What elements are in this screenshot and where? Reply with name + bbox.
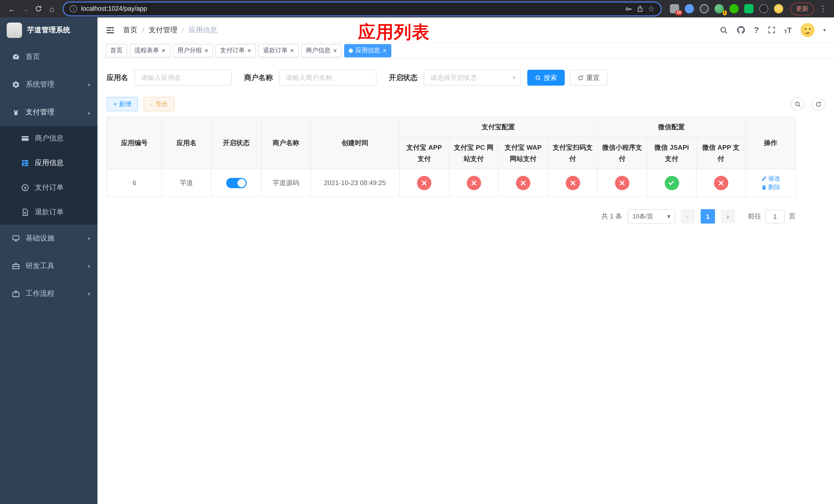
font-size-icon[interactable]: TT bbox=[784, 26, 792, 35]
tab-refund-orders[interactable]: 退款订单× bbox=[259, 44, 299, 57]
col-app-id-header: 应用编号 bbox=[107, 117, 162, 169]
share-icon[interactable] bbox=[637, 5, 644, 12]
breadcrumb-home[interactable]: 首页 bbox=[123, 25, 137, 35]
monitor-icon bbox=[10, 234, 22, 243]
chrome-update-button[interactable]: 更新 bbox=[790, 2, 814, 15]
close-icon[interactable]: × bbox=[382, 47, 387, 54]
top-navbar: 首页 / 支付管理 / 应用信息 ? bbox=[97, 18, 834, 43]
sidebar-item-system-management[interactable]: 系统管理 ▾ bbox=[0, 71, 97, 98]
merchant-name-input[interactable] bbox=[279, 70, 376, 86]
tab-home[interactable]: 首页 bbox=[106, 44, 127, 57]
goto-page-input[interactable] bbox=[765, 210, 785, 224]
search-icon[interactable] bbox=[720, 26, 728, 34]
yen-icon: ¥ bbox=[10, 108, 22, 117]
export-button[interactable]: ↓ 导出 bbox=[144, 97, 174, 111]
tab-app-info[interactable]: 应用信息× bbox=[344, 44, 391, 57]
close-icon[interactable]: × bbox=[204, 47, 208, 54]
extension-emoji-icon[interactable] bbox=[774, 4, 783, 13]
col-merchant-header: 商户名称 bbox=[261, 117, 311, 169]
browser-forward-icon[interactable]: → bbox=[19, 2, 32, 15]
caret-down-icon[interactable]: ▾ bbox=[823, 27, 826, 33]
site-info-icon[interactable]: i bbox=[70, 5, 77, 12]
browser-menu-icon[interactable]: ⋮ bbox=[817, 4, 829, 13]
browser-back-icon[interactable]: ← bbox=[5, 2, 19, 15]
url-text[interactable]: localhost:1024/pay/app bbox=[81, 5, 147, 12]
sidebar-item-label: 商户信息 bbox=[35, 134, 64, 143]
browser-refresh-icon[interactable] bbox=[32, 2, 45, 15]
extension-pretzel-icon[interactable] bbox=[759, 4, 768, 13]
close-icon[interactable]: × bbox=[333, 47, 337, 54]
tab-merchant-info[interactable]: 商户信息× bbox=[301, 44, 342, 57]
help-icon[interactable]: ? bbox=[754, 25, 759, 35]
close-icon[interactable]: × bbox=[161, 47, 166, 54]
extension-profile-icon[interactable]: 1 bbox=[715, 4, 724, 13]
cell-merchant: 芋道源码 bbox=[261, 169, 311, 197]
pagination: 共 1 条 10条/页 ▾ ‹ 1 › 前往 页 bbox=[107, 209, 795, 224]
sidebar-logo[interactable]: 芋道管理系统 bbox=[0, 18, 97, 43]
extension-dark-icon[interactable] bbox=[700, 4, 709, 13]
sidebar-item-infrastructure[interactable]: 基础设施 ▾ bbox=[0, 225, 97, 252]
reset-button[interactable]: 重置 bbox=[570, 70, 607, 86]
extension-wechat-icon[interactable] bbox=[729, 4, 739, 13]
github-icon[interactable] bbox=[737, 26, 745, 35]
tab-user-group[interactable]: 用户分组× bbox=[173, 44, 213, 57]
status-toggle[interactable] bbox=[226, 178, 246, 188]
reset-button-label: 重置 bbox=[586, 73, 599, 82]
delete-link[interactable]: 删除 bbox=[761, 183, 781, 192]
user-avatar[interactable] bbox=[801, 23, 814, 37]
sidebar-item-home[interactable]: 首页 bbox=[0, 43, 97, 71]
breadcrumb-current: 应用信息 bbox=[189, 25, 218, 35]
page-number-button[interactable]: 1 bbox=[701, 209, 715, 224]
table-row: 6 芋道 芋道源码 2021-10-23 08:49:25 bbox=[107, 169, 796, 197]
cell-actions: 修改 删除 bbox=[746, 169, 796, 197]
main-panel: 应用列表 首页 / 支付管理 / 应用信息 bbox=[97, 18, 834, 504]
sidebar-item-refund-orders[interactable]: 退款订单 bbox=[0, 200, 97, 225]
page-size-select[interactable]: 10条/页 ▾ bbox=[628, 209, 675, 224]
wechat-group-header: 微信配置 bbox=[597, 117, 746, 137]
col-created-header: 创建时间 bbox=[311, 117, 399, 169]
close-icon[interactable]: × bbox=[247, 47, 251, 54]
cell-alipay-pc bbox=[449, 169, 498, 197]
chevron-down-icon: ▾ bbox=[88, 82, 90, 87]
add-button[interactable]: + 新增 bbox=[107, 97, 138, 111]
next-page-button[interactable]: › bbox=[721, 209, 735, 224]
sidebar-item-app-info[interactable]: 应用信息 bbox=[0, 151, 97, 175]
refresh-table-icon[interactable] bbox=[811, 97, 825, 111]
breadcrumb-separator: / bbox=[182, 26, 184, 34]
app-title: 芋道管理系统 bbox=[27, 26, 70, 35]
prev-page-button[interactable]: ‹ bbox=[681, 209, 695, 224]
hamburger-icon[interactable] bbox=[106, 25, 115, 35]
extension-drop-icon[interactable] bbox=[685, 4, 694, 13]
chevron-down-icon: ▾ bbox=[88, 263, 90, 269]
toggle-search-icon[interactable] bbox=[791, 97, 804, 111]
download-icon: ↓ bbox=[150, 100, 153, 108]
wechat-jsapi-status-icon bbox=[664, 176, 679, 190]
page-unit-label: 页 bbox=[789, 212, 795, 221]
extension-puzzle-icon[interactable]: 10 bbox=[670, 4, 679, 13]
pay-order-icon bbox=[20, 184, 31, 192]
breadcrumb-payment[interactable]: 支付管理 bbox=[149, 25, 177, 35]
sidebar-item-merchant-info[interactable]: 商户信息 bbox=[0, 126, 97, 151]
address-bar[interactable]: i localhost:1024/pay/app ☆ bbox=[64, 2, 661, 15]
sidebar-item-payment-management[interactable]: ¥ 支付管理 ▴ bbox=[0, 98, 97, 126]
extension-note-icon[interactable] bbox=[744, 4, 753, 13]
app-name-input[interactable] bbox=[134, 70, 232, 86]
sidebar-item-payment-orders[interactable]: 支付订单 bbox=[0, 175, 97, 200]
sidebar-item-label: 支付订单 bbox=[35, 183, 64, 192]
browser-home-icon[interactable]: ⌂ bbox=[45, 2, 59, 15]
sidebar-item-dev-tools[interactable]: 研发工具 ▾ bbox=[0, 252, 97, 280]
fullscreen-icon[interactable] bbox=[768, 26, 775, 34]
edit-link[interactable]: 修改 bbox=[761, 174, 781, 183]
search-button[interactable]: 搜索 bbox=[527, 70, 565, 86]
status-select[interactable]: 请选择开启状态 ▾ bbox=[424, 70, 521, 86]
extensions-cluster: 10 1 bbox=[670, 4, 783, 13]
sidebar-item-workflow[interactable]: 工作流程 ▾ bbox=[0, 280, 97, 307]
close-icon[interactable]: × bbox=[290, 47, 294, 54]
merchant-name-label: 商户名称 bbox=[244, 73, 273, 82]
tab-process-form[interactable]: 流程表单× bbox=[130, 44, 170, 57]
tab-payment-orders[interactable]: 支付订单× bbox=[215, 44, 256, 57]
action-toolbar: + 新增 ↓ 导出 bbox=[107, 97, 825, 111]
edit-link-label: 修改 bbox=[768, 174, 781, 183]
bookmark-star-icon[interactable]: ☆ bbox=[648, 5, 655, 13]
password-key-icon[interactable] bbox=[625, 5, 633, 13]
